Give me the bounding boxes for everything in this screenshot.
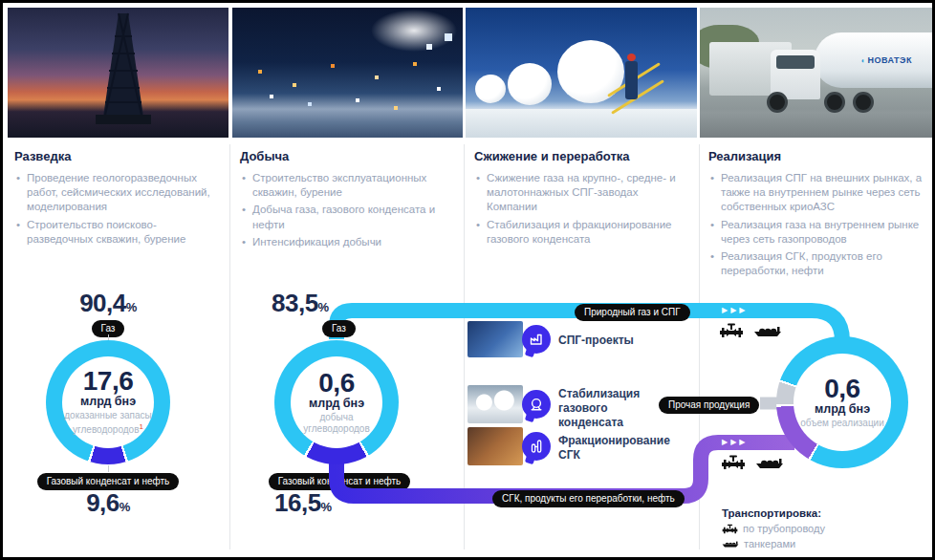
donut-center: 17,6 млрд бнэ доказанные запасы углеводо… — [62, 356, 154, 448]
gas-transport-modes — [718, 321, 783, 338]
tanker-ship-icon — [752, 323, 783, 338]
flow-arrows-icon: ▶▶▶ — [722, 307, 748, 314]
sales-donut-chart: 0,6 млрд бнэ объем реализации — [776, 336, 908, 468]
reserves-value: 17,6 — [62, 368, 154, 395]
sales-unit: млрд бнэ — [800, 402, 884, 417]
sales-desc: объем реализации — [800, 418, 884, 430]
production-donut-chart: 0,6 млрд бнэ добыча углеводородов — [274, 340, 399, 464]
thumb-lng-plant — [468, 321, 523, 357]
pipeline-icon — [718, 321, 745, 338]
lng-plant-icon — [522, 325, 551, 354]
donut-center: 0,6 млрд бнэ добыча углеводородов — [291, 356, 382, 448]
sales-value: 0,6 — [800, 376, 884, 402]
novatek-value-chain-infographic: НОВАТЭК Разведка Проведение геологоразве… — [0, 0, 935, 560]
thumb-fractionation — [468, 427, 523, 465]
sgk-flow-pill: СГК, продукты его переработки, нефть — [492, 490, 685, 507]
connector-line — [108, 465, 109, 472]
sgk-flow-pill-wrap: СГК, продукты его переработки, нефть — [492, 488, 685, 507]
thumb-stabilization — [468, 385, 523, 423]
reserves-unit: млрд бнэ — [62, 395, 154, 409]
donut-center: 0,6 млрд бнэ объем реализации — [794, 354, 891, 451]
production-value: 0,6 — [291, 370, 382, 397]
process-item-label: Фракционирование СГК — [558, 434, 692, 463]
pipeline-icon — [720, 453, 747, 470]
process-item-label: СПГ-проекты — [558, 334, 683, 348]
production-desc: добыча углеводородов — [291, 412, 382, 436]
gas-label-pill: Газ — [322, 320, 356, 337]
fractionation-icon — [522, 432, 551, 461]
production-unit: млрд бнэ — [291, 397, 382, 411]
other-products-pill: Прочая продукция — [659, 397, 759, 414]
gas-lng-flow-pill-wrap: Природный газ и СПГ — [575, 302, 690, 321]
process-item-label: Стабилизация газового конденсата — [558, 387, 659, 430]
sgk-transport-modes — [720, 453, 785, 470]
reserves-donut-chart: 17,6 млрд бнэ доказанные запасы углеводо… — [46, 340, 170, 464]
flow-arrows-icon: ▶▶▶ — [722, 439, 748, 446]
reserves-desc: доказанные запасы углеводородов1 — [62, 410, 154, 436]
other-products-pill-wrap: Прочая продукция — [659, 395, 759, 414]
footnote-marker: 1 — [139, 422, 142, 431]
flow-pipes — [3, 3, 935, 560]
stabilization-tank-icon — [522, 390, 551, 419]
tanker-ship-icon — [754, 455, 785, 470]
gas-lng-flow-pill: Природный газ и СПГ — [575, 304, 690, 321]
production-gas-pill-wrap: Газ — [322, 318, 356, 337]
